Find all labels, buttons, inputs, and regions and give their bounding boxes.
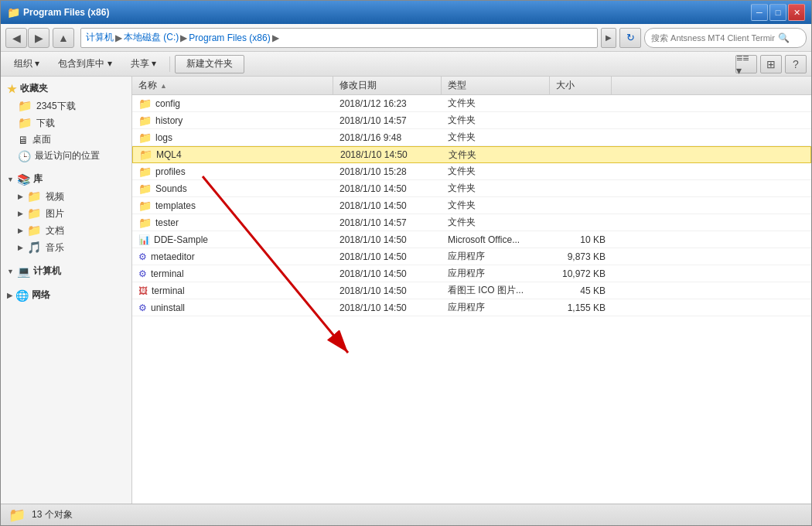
file-date-cell: 2018/1/10 14:57 [333,115,442,126]
sidebar-item-recent[interactable]: 🕒 最近访问的位置 [1,148,131,164]
file-name-cell: 📁 templates [132,200,333,212]
sidebar-computer-header[interactable]: ▼ 💻 计算机 [1,262,131,280]
sidebar-computer-label: 计算机 [33,265,61,278]
sidebar-item-music[interactable]: ▶ 🎵 音乐 [1,239,131,256]
table-row[interactable]: 📁 config 2018/1/12 16:23 文件夹 [132,95,811,112]
file-name-cell: ⚙ metaeditor [132,251,333,262]
refresh-button[interactable]: ↻ [619,28,641,48]
sidebar-group-favorites: ★ 收藏夹 📁 2345下载 📁 下载 🖥 桌面 🕒 最近访问的位置 [1,80,131,164]
file-size-cell: 9,873 KB [550,251,612,262]
view-options-button[interactable]: ≡≡ ▾ [735,55,757,73]
toolbar: 组织 ▾ 包含到库中 ▾ 共享 ▾ 新建文件夹 ≡≡ ▾ ⊞ ? [1,52,811,77]
sidebar-network-header[interactable]: ▶ 🌐 网络 [1,286,131,304]
col-header-modified[interactable]: 修改日期 [333,77,442,94]
window: 📁 Program Files (x86) ─ □ ✕ ◀ ▶ ▲ 计算机 ▶ … [0,0,812,526]
forward-button[interactable]: ▶ [28,28,49,48]
breadcrumb-folder[interactable]: Program Files (x86) [189,32,270,43]
file-name: uninstall [151,302,185,313]
sidebar-item-desktop[interactable]: 🖥 桌面 [1,132,131,148]
file-type-icon: 📁 [138,183,152,195]
file-type-cell: 文件夹 [442,165,550,178]
share-button[interactable]: 共享 ▾ [122,55,165,73]
favorites-label: 收藏夹 [20,82,48,95]
file-date-cell: 2018/1/10 14:50 [333,251,442,262]
statusbar-folder-icon: 📁 [9,507,26,524]
back-button[interactable]: ◀ [5,28,27,48]
table-row[interactable]: 📁 Sounds 2018/1/10 14:50 文件夹 [132,180,811,197]
sidebar-item-pictures[interactable]: ▶ 📁 图片 [1,205,131,222]
addressbar-row: ◀ ▶ ▲ 计算机 ▶ 本地磁盘 (C:) ▶ Program Files (x… [1,24,811,52]
sidebar-item-2345[interactable]: 📁 2345下载 [1,97,131,114]
expand-video-icon: ▶ [18,193,23,200]
folder-pictures-icon: 📁 [27,207,42,220]
table-row[interactable]: ⚙ metaeditor 2018/1/10 14:50 应用程序 9,873 … [132,248,811,265]
sidebar-item-video-label: 视频 [46,190,64,203]
col-type-label: 类型 [448,79,466,92]
file-name-cell: 📁 config [132,97,333,110]
star-icon: ★ [7,83,17,95]
toolbar-separator [169,56,170,72]
maximize-button[interactable]: □ [769,4,786,21]
expand-music-icon: ▶ [18,244,23,251]
file-date-cell: 2018/1/10 14:50 [333,285,442,296]
sidebar-favorites-header[interactable]: ★ 收藏夹 [1,80,131,97]
file-type-icon: 📁 [138,166,152,178]
minimize-button[interactable]: ─ [751,4,768,21]
titlebar: 📁 Program Files (x86) ─ □ ✕ [1,1,811,24]
search-input[interactable] [651,33,775,43]
folder-2345-icon: 📁 [18,99,32,113]
file-type-icon: 📊 [138,234,150,245]
col-header-name[interactable]: 名称 ▲ [132,77,333,94]
file-type-cell: 应用程序 [442,250,550,263]
col-header-size[interactable]: 大小 [550,77,612,94]
file-name: terminal [151,268,184,279]
breadcrumb-dropdown-button[interactable]: ▶ [601,28,616,48]
file-name-cell: ⚙ terminal [132,268,333,279]
pane-button[interactable]: ⊞ [760,55,782,73]
table-row[interactable]: 📊 DDE-Sample 2018/1/10 14:50 Microsoft O… [132,231,811,248]
file-name-cell: 📁 Sounds [132,183,333,195]
sidebar-item-video[interactable]: ▶ 📁 视频 [1,188,131,205]
close-button[interactable]: ✕ [788,4,805,21]
sidebar-item-music-label: 音乐 [46,241,64,254]
table-row[interactable]: ⚙ uninstall 2018/1/10 14:50 应用程序 1,155 K… [132,299,811,316]
folder-video-icon: 📁 [27,190,42,203]
file-name-cell: 📁 MQL4 [133,149,334,161]
file-name: terminal [152,285,185,296]
breadcrumb: 计算机 ▶ 本地磁盘 (C:) ▶ Program Files (x86) ▶ [80,28,598,48]
breadcrumb-drive[interactable]: 本地磁盘 (C:) [124,31,179,44]
table-row[interactable]: 🖼 terminal 2018/1/10 14:50 看图王 ICO 图片...… [132,282,811,299]
folder-docs-icon: 📁 [27,224,42,237]
file-type-icon: 📁 [138,97,152,110]
file-date-cell: 2018/1/10 14:50 [333,200,442,211]
file-date-cell: 2018/1/16 9:48 [333,132,442,143]
statusbar: 📁 13 个对象 [1,504,811,525]
col-header-type[interactable]: 类型 [442,77,550,94]
column-header: 名称 ▲ 修改日期 类型 大小 [132,77,811,95]
up-button[interactable]: ▲ [53,28,74,48]
breadcrumb-computer[interactable]: 计算机 [86,31,114,44]
titlebar-controls: ─ □ ✕ [751,4,805,21]
sidebar-item-docs[interactable]: ▶ 📁 文档 [1,222,131,239]
sidebar-library-header[interactable]: ▼ 📚 库 [1,170,131,188]
file-type-cell: 文件夹 [442,216,550,229]
organize-button[interactable]: 组织 ▾ [5,55,48,73]
table-row[interactable]: ⚙ terminal 2018/1/10 14:50 应用程序 10,972 K… [132,265,811,282]
help-button[interactable]: ? [785,55,807,73]
file-type-icon: ⚙ [138,251,147,262]
file-type-icon: 📁 [138,200,152,212]
table-row[interactable]: 📁 tester 2018/1/10 14:57 文件夹 [132,214,811,231]
table-row[interactable]: 📁 templates 2018/1/10 14:50 文件夹 [132,197,811,214]
table-row[interactable]: 📁 profiles 2018/1/10 15:28 文件夹 [132,163,811,180]
table-row[interactable]: 📁 logs 2018/1/16 9:48 文件夹 [132,129,811,146]
file-name: logs [155,132,172,143]
table-row[interactable]: 📁 MQL4 2018/1/10 14:50 文件夹 [132,146,811,163]
sidebar-item-download[interactable]: 📁 下载 [1,114,131,132]
new-folder-button[interactable]: 新建文件夹 [175,55,244,73]
include-library-button[interactable]: 包含到库中 ▾ [49,55,120,73]
sidebar: ★ 收藏夹 📁 2345下载 📁 下载 🖥 桌面 🕒 最近访问的位置 [1,77,132,504]
sidebar-library-label: 库 [33,172,43,186]
table-row[interactable]: 📁 history 2018/1/10 14:57 文件夹 [132,112,811,129]
expand-computer-icon: ▼ [7,268,14,275]
file-type-cell: 应用程序 [442,301,550,314]
